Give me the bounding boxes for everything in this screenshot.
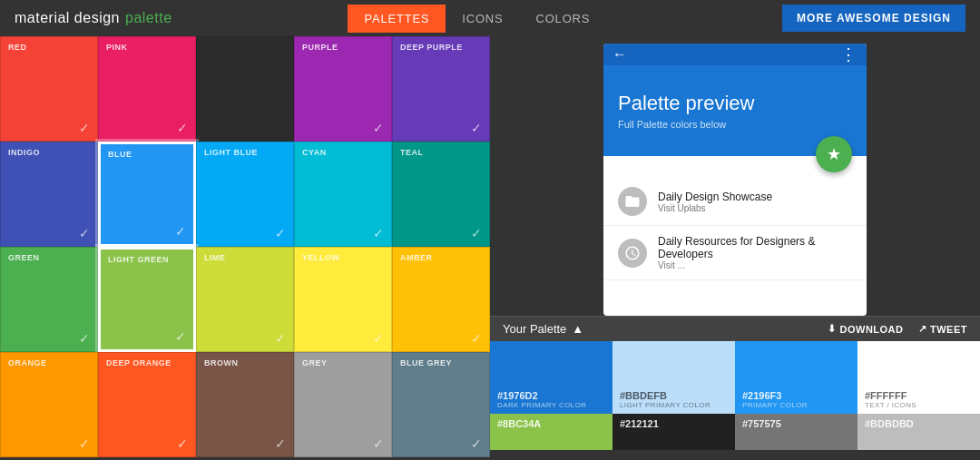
check-icon: ✓ <box>471 331 482 346</box>
nav: PALETTES ICONS COLORS <box>348 5 606 33</box>
check-icon: ✓ <box>79 331 90 346</box>
download-label: DOWNLOAD <box>840 324 904 335</box>
tweet-button[interactable]: ↗ TWEET <box>918 323 968 335</box>
clock-icon <box>618 239 647 268</box>
list-item-title: Daily Design Showcase <box>658 191 772 203</box>
swatch2[interactable]: #BDBDBD <box>858 414 980 450</box>
swatch-label: TEXT / ICONS <box>865 401 973 409</box>
folder-icon <box>618 187 647 216</box>
color-label: CYAN <box>302 148 327 157</box>
color-cell-light-blue[interactable]: LIGHT BLUE✓ <box>196 142 294 247</box>
phone-preview: ← ⋮ Palette preview Full Palette colors … <box>603 44 867 316</box>
site-title-main: material design <box>15 10 120 26</box>
color-cell-pink[interactable]: PINK✓ <box>98 36 196 142</box>
color-cell-lime[interactable]: LIME✓ <box>196 247 294 352</box>
check-icon: ✓ <box>79 436 90 451</box>
tweet-icon: ↗ <box>918 323 927 335</box>
color-label: LIGHT GREEN <box>108 255 169 264</box>
color-label: DEEP ORANGE <box>106 358 172 367</box>
swatch[interactable]: #FFFFFFTEXT / ICONS <box>858 341 980 414</box>
check-icon: ✓ <box>373 436 384 451</box>
color-label: LIME <box>204 253 226 262</box>
nav-tab-colors[interactable]: COLORS <box>520 5 607 33</box>
swatch-label: PRIMARY COLOR <box>742 401 850 409</box>
color-label: BLUE <box>108 150 132 159</box>
main-content: RED✓PINK✓PURPLE✓DEEP PURPLE✓INDIGO✓BLUE✓… <box>0 36 980 460</box>
phone-preview-title: Palette preview <box>618 92 852 115</box>
color-cell-red[interactable]: RED✓ <box>0 36 98 142</box>
site-title-accent: palette <box>125 10 172 26</box>
check-icon: ✓ <box>275 331 286 346</box>
color-cell-teal[interactable]: TEAL✓ <box>392 142 490 247</box>
check-icon: ✓ <box>471 436 482 451</box>
palette-actions: ⬇ DOWNLOAD ↗ TWEET <box>828 323 967 335</box>
check-icon: ✓ <box>275 226 286 240</box>
color-cell-brown[interactable]: BROWN✓ <box>196 352 294 457</box>
nav-tab-palettes[interactable]: PALETTES <box>348 5 446 33</box>
swatch-hex: #BBDEFB <box>620 390 728 401</box>
color-label: BLUE GREY <box>400 358 452 367</box>
swatch[interactable]: #2196F3PRIMARY COLOR <box>735 341 858 414</box>
list-item-title: Daily Resources for Designers & Develope… <box>658 235 852 260</box>
color-cell-deep-purple[interactable]: DEEP PURPLE✓ <box>392 36 490 142</box>
color-label: PINK <box>106 43 128 52</box>
swatch2-hex: #212121 <box>620 418 659 429</box>
check-icon: ✓ <box>373 121 384 135</box>
your-palette-label[interactable]: Your Palette ▲ <box>503 322 583 336</box>
swatch[interactable]: #BBDEFBLIGHT PRIMARY COLOR <box>612 341 735 414</box>
tweet-label: TWEET <box>930 324 967 335</box>
check-icon: ✓ <box>275 436 286 451</box>
back-arrow-icon[interactable]: ← <box>612 46 627 63</box>
color-cell-orange[interactable]: ORANGE✓ <box>0 352 98 457</box>
right-panel: ← ⋮ Palette preview Full Palette colors … <box>490 36 980 460</box>
check-icon: ✓ <box>471 121 482 135</box>
color-cell-grey[interactable]: GREY✓ <box>294 352 392 457</box>
color-cell-deep-orange[interactable]: DEEP ORANGE✓ <box>98 352 196 457</box>
download-button[interactable]: ⬇ DOWNLOAD <box>828 323 904 335</box>
list-item-text: Daily Design Showcase Visit Uplabs <box>658 191 772 213</box>
check-icon: ✓ <box>177 436 188 451</box>
phone-list: Daily Design Showcase Visit Uplabs Daily… <box>603 156 867 280</box>
color-label: GREY <box>302 358 328 367</box>
color-cell-purple[interactable]: PURPLE✓ <box>294 36 392 142</box>
header: material design palette PALETTES ICONS C… <box>0 0 980 36</box>
color-cell-indigo[interactable]: INDIGO✓ <box>0 142 98 247</box>
check-icon: ✓ <box>175 224 186 239</box>
swatch2[interactable]: #212121 <box>612 414 735 450</box>
color-cell-blue-grey[interactable]: BLUE GREY✓ <box>392 352 490 457</box>
swatch[interactable]: #1976D2DARK PRIMARY COLOR <box>490 341 612 414</box>
phone-fab-button[interactable]: ★ <box>816 136 852 172</box>
phone-more-icon[interactable]: ⋮ <box>840 44 858 64</box>
color-cell-blue[interactable]: BLUE✓ <box>98 142 196 247</box>
swatch-hex: #1976D2 <box>497 390 605 401</box>
phone-header: Palette preview Full Palette colors belo… <box>603 65 867 156</box>
swatch2-hex: #757575 <box>742 418 781 429</box>
color-label: BROWN <box>204 358 239 367</box>
swatches-row-2: #8BC34A#212121#757575#BDBDBD <box>490 414 980 450</box>
color-cell-green[interactable]: GREEN✓ <box>0 247 98 352</box>
nav-tab-icons[interactable]: ICONS <box>446 5 519 33</box>
color-cell-cyan[interactable]: CYAN✓ <box>294 142 392 247</box>
check-icon: ✓ <box>471 226 482 240</box>
palette-bar: Your Palette ▲ ⬇ DOWNLOAD ↗ TWEET <box>490 316 980 341</box>
swatches-row-1: #1976D2DARK PRIMARY COLOR#BBDEFBLIGHT PR… <box>490 341 980 414</box>
color-label: AMBER <box>400 253 433 262</box>
swatch-hex: #2196F3 <box>742 390 850 401</box>
more-awesome-button[interactable]: MORE AWESOME DESIGN <box>782 5 965 32</box>
color-cell-amber[interactable]: AMBER✓ <box>392 247 490 352</box>
color-cell-yellow[interactable]: YELLOW✓ <box>294 247 392 352</box>
check-icon: ✓ <box>175 329 186 344</box>
check-icon: ✓ <box>373 226 384 240</box>
swatch2[interactable]: #8BC34A <box>490 414 612 450</box>
palette-label-text: Your Palette <box>503 322 566 336</box>
color-cell-[interactable] <box>196 36 294 142</box>
swatch-hex: #FFFFFF <box>865 390 973 401</box>
swatch-label: LIGHT PRIMARY COLOR <box>620 401 728 409</box>
color-label: LIGHT BLUE <box>204 148 258 157</box>
swatch2[interactable]: #757575 <box>735 414 858 450</box>
download-icon: ⬇ <box>828 323 837 335</box>
color-label: INDIGO <box>8 148 40 157</box>
color-grid: RED✓PINK✓PURPLE✓DEEP PURPLE✓INDIGO✓BLUE✓… <box>0 36 490 460</box>
color-cell-light-green[interactable]: LIGHT GREEN✓ <box>98 247 196 352</box>
list-item-sub: Visit Uplabs <box>658 203 772 213</box>
